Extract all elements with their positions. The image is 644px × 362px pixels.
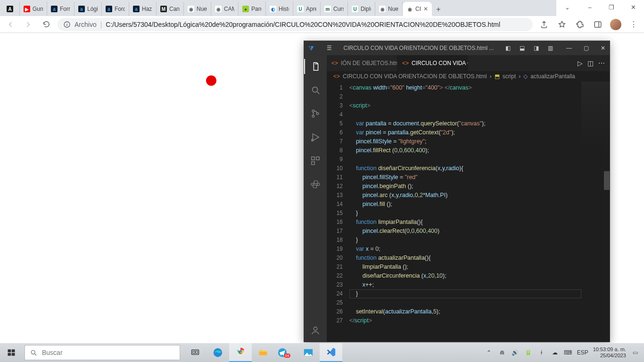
tab-label: Canv [169, 6, 180, 12]
editor-scrollbar[interactable] [604, 171, 610, 190]
telegram-icon[interactable]: 04 [274, 343, 297, 362]
browser-tab[interactable]: ◉CAM [211, 2, 239, 16]
bluetooth-icon[interactable]: ᚼ [537, 349, 546, 356]
nav-forward-button[interactable] [22, 18, 35, 31]
os-close-button[interactable]: ✕ [622, 0, 644, 14]
nav-back-button[interactable] [4, 18, 17, 31]
browser-tab[interactable]: UApre [293, 2, 321, 16]
onedrive-icon[interactable]: ☁ [551, 349, 559, 356]
tab-favicon-icon: ◉ [379, 6, 386, 12]
tab-close-icon[interactable]: ✕ [423, 6, 428, 12]
tab-favicon-icon: ◉ [406, 6, 413, 12]
browser-tab[interactable]: MCanv [157, 2, 184, 16]
tab-label: Nuev [197, 6, 207, 12]
minimap[interactable] [581, 82, 610, 148]
battery-icon[interactable]: 🔋 [524, 349, 533, 356]
run-debug-icon[interactable] [304, 130, 327, 145]
tray-overflow-icon[interactable]: ⌃ [485, 349, 493, 356]
browser-tab[interactable]: mCurs [321, 2, 348, 16]
editor-tab[interactable]: <>IÓN DE OBJETOS.html [327, 55, 397, 71]
task-view-icon[interactable] [184, 343, 206, 362]
layout-right-icon[interactable]: ◨ [529, 41, 543, 55]
vscode-hamburger-icon[interactable]: ☰ [322, 45, 336, 51]
new-tab-button[interactable]: + [432, 3, 445, 16]
browser-tab[interactable]: aLógic [74, 2, 102, 16]
svg-point-3 [312, 110, 314, 112]
layout-grid-icon[interactable]: ▥ [544, 41, 557, 55]
tab-favicon-icon: a [133, 6, 140, 12]
extensions-activity-icon[interactable] [304, 153, 327, 168]
code-editor[interactable]: 1234567891011121314151617181920212223242… [327, 82, 610, 342]
browser-tab[interactable]: aForo [102, 2, 129, 16]
vscode-breadcrumb[interactable]: <> CIRCULO CON VIDA ORIENTACION DE OBJET… [327, 71, 610, 82]
photos-icon[interactable] [297, 343, 320, 362]
extensions-icon[interactable] [573, 18, 586, 31]
tab-favicon-icon: ● [242, 6, 249, 12]
browser-tab[interactable]: ◐Histo [266, 2, 293, 16]
url-text: C:/Users/57304/Desktop/Lógica%20de%20pro… [106, 21, 500, 28]
taskbar-clock[interactable]: 10:53:09 a. m. 25/04/2023 [593, 346, 626, 359]
split-editor-icon[interactable]: ◫ [587, 59, 594, 67]
browser-tab[interactable]: ◉Nuev [375, 2, 403, 16]
run-icon[interactable]: ▷ [578, 59, 583, 67]
chrome-overflow-chevron-icon[interactable]: ⌄ [556, 0, 578, 14]
side-panel-icon[interactable] [591, 18, 604, 31]
keyboard-icon[interactable]: ⌨ [564, 349, 572, 356]
share-icon[interactable] [537, 18, 551, 31]
breadcrumb-file[interactable]: CIRCULO CON VIDA ORIENTACION DE OBJETOS.… [343, 73, 487, 80]
file-explorer-icon[interactable] [252, 343, 274, 362]
svg-rect-8 [316, 157, 319, 160]
browser-tab[interactable]: ◉CI✕ [403, 2, 432, 16]
tab-label: CAM [224, 6, 234, 12]
layout-bottom-icon[interactable]: ⬓ [515, 41, 528, 55]
vscode-editor-area: <>IÓN DE OBJETOS.html<>CIRCULO CON VIDA … [327, 55, 610, 342]
browser-tab[interactable]: UDiplo [348, 2, 375, 16]
breadcrumb-scope-fn[interactable]: actualizarPantalla [530, 73, 575, 80]
browser-tab[interactable]: ▶Guns [20, 2, 47, 16]
browser-tab[interactable]: aForm [47, 2, 74, 16]
volume-icon[interactable]: 🔊 [511, 349, 520, 356]
more-actions-icon[interactable]: ⋯ [598, 59, 605, 67]
browser-tab[interactable]: aHaz l [129, 2, 157, 16]
vscode-maximize-button[interactable]: ▢ [579, 41, 593, 55]
tab-label: Form [60, 6, 70, 12]
address-bar[interactable]: Archivo | C:/Users/57304/Desktop/Lógica%… [58, 18, 533, 31]
search-icon[interactable] [304, 82, 327, 98]
vscode-taskbar-icon[interactable] [320, 343, 342, 362]
tab-favicon-icon: a [106, 6, 112, 12]
nav-reload-button[interactable] [40, 18, 53, 31]
tab-label: Histo [279, 6, 289, 12]
edge-icon[interactable] [206, 343, 229, 362]
vscode-window[interactable]: ⧩ ☰ CIRCULO CON VIDA ORIENTACION DE OBJE… [304, 41, 610, 342]
profile-avatar[interactable] [609, 18, 622, 31]
source-control-icon[interactable] [304, 106, 327, 121]
browser-tab[interactable]: ◉Nuev [184, 2, 211, 16]
tab-label: Apre [306, 6, 316, 12]
editor-tab[interactable]: <>CIRCULO CON VIDA ORIENTACION DE OBJETO… [397, 55, 468, 71]
system-tray: ⌃ ⋒ 🔊 🔋 ᚼ ☁ ⌨ ESP 10:53:09 a. m. 25/04/2… [485, 346, 644, 359]
vscode-titlebar[interactable]: ⧩ ☰ CIRCULO CON VIDA ORIENTACION DE OBJE… [304, 41, 610, 55]
code-text[interactable]: <canvas width="600" height="400"> </canv… [349, 82, 610, 342]
wifi-icon[interactable]: ⋒ [498, 349, 506, 356]
python-icon[interactable] [304, 177, 327, 192]
os-maximize-button[interactable]: ❐ [601, 0, 622, 14]
vscode-minimize-button[interactable]: — [562, 41, 576, 55]
chrome-icon[interactable] [229, 343, 252, 362]
layout-left-icon[interactable]: ◧ [501, 41, 514, 55]
svg-rect-7 [312, 157, 314, 160]
tab-label: Nuev [388, 6, 398, 12]
action-center-icon[interactable]: ▭ [631, 349, 639, 356]
os-minimize-button[interactable]: – [579, 0, 601, 14]
accounts-icon[interactable] [304, 323, 327, 338]
tab-favicon-icon: a [51, 6, 58, 12]
browser-tab[interactable]: ●Pane [239, 2, 266, 16]
start-button[interactable] [0, 343, 23, 362]
chrome-menu-icon[interactable]: ⋮ [627, 18, 640, 31]
breadcrumb-scope-script[interactable]: script [503, 73, 516, 80]
browser-tab[interactable]: A [3, 2, 20, 16]
ime-label[interactable]: ESP [577, 349, 588, 356]
taskbar-search[interactable]: Buscar [25, 345, 180, 360]
explorer-icon[interactable] [304, 59, 327, 74]
bookmark-star-icon[interactable] [555, 18, 569, 31]
vscode-close-button[interactable]: ✕ [596, 41, 610, 55]
